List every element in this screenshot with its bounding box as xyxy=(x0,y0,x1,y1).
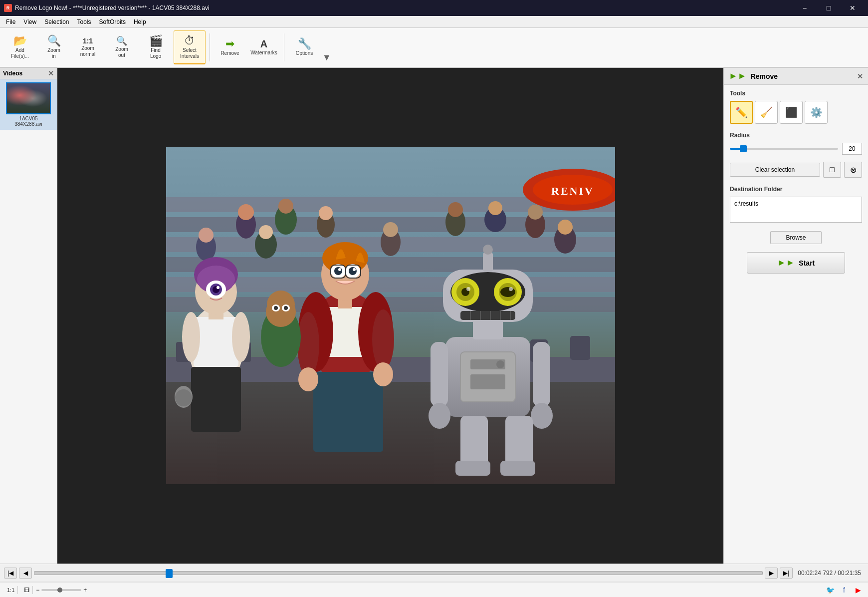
menu-tools[interactable]: Tools xyxy=(73,17,95,26)
radius-value[interactable]: 20 xyxy=(842,143,862,155)
toolbar-overflow[interactable]: ▼ xyxy=(322,52,331,65)
close-button[interactable]: ✕ xyxy=(841,0,864,16)
destination-folder-input[interactable]: c:\results xyxy=(730,197,862,223)
skip-end-button[interactable]: ▶| xyxy=(780,568,793,579)
app-icon: R xyxy=(4,4,12,12)
svg-rect-107 xyxy=(505,416,533,466)
find-logo-button[interactable]: 🎬 FindLogo xyxy=(140,30,172,64)
videos-panel-close[interactable]: ✕ xyxy=(48,69,54,77)
radius-label: Radius xyxy=(730,132,862,139)
select-all-button[interactable]: □ xyxy=(823,162,841,178)
remove-label: Remove xyxy=(220,50,239,56)
menu-softorbits[interactable]: SoftOrbits xyxy=(95,17,130,26)
svg-rect-37 xyxy=(191,367,241,432)
zoom-out-icon: 🔍 xyxy=(116,36,127,45)
svg-point-12 xyxy=(319,206,333,220)
svg-rect-34 xyxy=(570,336,590,360)
svg-point-85 xyxy=(429,403,450,429)
zoom-normal-label: Zoomnormal xyxy=(80,45,96,57)
select-auto-tool-button[interactable]: ⚙️ xyxy=(805,101,828,124)
svg-point-47 xyxy=(217,286,219,289)
select-intervals-button[interactable]: ⏱ SelectIntervals xyxy=(174,30,206,64)
menu-selection[interactable]: Selection xyxy=(40,17,73,26)
youtube-icon[interactable]: ▶ xyxy=(852,585,864,595)
clear-selection-button[interactable]: Clear selection xyxy=(730,163,820,177)
video-thumbnail xyxy=(6,82,51,114)
svg-point-77 xyxy=(284,306,288,310)
invert-selection-button[interactable]: ⊗ xyxy=(844,162,862,178)
svg-point-60 xyxy=(334,267,342,275)
title-bar-left: R Remove Logo Now! - ****Unregistered ve… xyxy=(4,4,210,12)
video-item[interactable]: 1ACV05384X288.avi xyxy=(0,79,57,130)
radius-handle[interactable] xyxy=(740,145,747,152)
facebook-icon[interactable]: f xyxy=(838,585,850,595)
zoom-normal-button[interactable]: 1:1 Zoomnormal xyxy=(72,30,104,64)
zoom-handle[interactable] xyxy=(57,588,62,593)
watermarks-label: Watermarks xyxy=(250,50,277,56)
eraser-tool-button[interactable]: 🧹 xyxy=(755,101,778,124)
svg-rect-54 xyxy=(313,372,383,452)
time-current: 00:02:24 792 / 00:21:35 xyxy=(795,570,864,577)
timeline-track[interactable] xyxy=(34,571,763,575)
options-label: Options xyxy=(296,50,313,56)
minimize-button[interactable]: − xyxy=(793,0,816,16)
svg-point-8 xyxy=(238,204,254,220)
prev-frame-button[interactable]: ◀ xyxy=(19,568,32,579)
zoom-in-icon: 🔍 xyxy=(47,35,61,46)
svg-point-10 xyxy=(278,199,293,214)
svg-point-76 xyxy=(274,306,278,310)
svg-point-16 xyxy=(488,201,502,215)
svg-point-24 xyxy=(383,222,398,237)
video-filename: 1ACV05384X288.avi xyxy=(14,116,42,127)
film-strip-icon: 🎞 xyxy=(24,587,29,593)
skip-start-button[interactable]: |◀ xyxy=(4,568,17,579)
next-frame-button[interactable]: ▶ xyxy=(765,568,778,579)
add-files-button[interactable]: 📂 AddFile(s)... xyxy=(4,30,36,64)
svg-rect-108 xyxy=(455,461,490,476)
videos-panel: Videos ✕ 1ACV05384X288.avi xyxy=(0,68,57,564)
svg-point-61 xyxy=(349,267,357,275)
zoom-in-button[interactable]: 🔍 Zoomin xyxy=(38,30,70,64)
video-canvas: RENIV xyxy=(166,147,615,484)
start-button[interactable]: ►► Start xyxy=(747,252,846,274)
svg-rect-81 xyxy=(470,374,505,389)
zoom-ratio: 1:1 xyxy=(4,586,18,594)
options-button[interactable]: 🔧 Options xyxy=(288,30,320,64)
svg-point-82 xyxy=(496,360,504,368)
svg-point-39 xyxy=(232,312,250,362)
toolbox-arrow-icon: ►► xyxy=(729,71,747,81)
toolbox-close-button[interactable]: ✕ xyxy=(857,72,863,80)
menu-help[interactable]: Help xyxy=(130,17,150,26)
add-files-icon: 📂 xyxy=(13,35,27,46)
toolbox-panel: ►► Remove ✕ Tools ✏️ 🧹 ⬛ ⚙️ xyxy=(723,68,868,564)
select-rect-tool-button[interactable]: ⬛ xyxy=(780,101,803,124)
title-bar-controls[interactable]: − □ ✕ xyxy=(793,0,864,16)
timeline-position-handle[interactable] xyxy=(166,569,173,578)
maximize-button[interactable]: □ xyxy=(817,0,840,16)
frame-icon-container: 🎞 xyxy=(21,586,33,594)
menu-view[interactable]: View xyxy=(19,17,40,26)
invert-selection-icon: ⊗ xyxy=(850,165,857,175)
zoom-out-button[interactable]: 🔍 Zoomout xyxy=(106,30,138,64)
radius-slider[interactable] xyxy=(730,148,838,150)
zoom-minus-icon[interactable]: − xyxy=(36,587,39,594)
menu-file[interactable]: File xyxy=(2,17,19,26)
start-row: ►► Start xyxy=(724,247,868,279)
zoom-track[interactable] xyxy=(41,589,81,591)
video-area[interactable]: RENIV xyxy=(57,68,723,564)
radius-section: Radius 20 xyxy=(724,129,868,158)
options-icon: 🔧 xyxy=(298,38,311,49)
zoom-plus-icon[interactable]: + xyxy=(83,587,87,594)
watermarks-button[interactable]: A Watermarks xyxy=(248,30,280,64)
browse-button[interactable]: Browse xyxy=(770,231,821,244)
start-label: Start xyxy=(799,259,815,267)
videos-panel-title: Videos xyxy=(3,70,22,77)
svg-rect-36 xyxy=(194,317,238,367)
remove-button[interactable]: ➡ Remove xyxy=(214,30,246,64)
select-auto-icon: ⚙️ xyxy=(810,106,823,118)
watermarks-icon: A xyxy=(260,39,267,49)
brush-tool-button[interactable]: ✏️ xyxy=(730,101,753,124)
video-thumb-inner xyxy=(7,83,50,113)
twitter-icon[interactable]: 🐦 xyxy=(824,585,836,595)
svg-point-22 xyxy=(259,225,273,239)
